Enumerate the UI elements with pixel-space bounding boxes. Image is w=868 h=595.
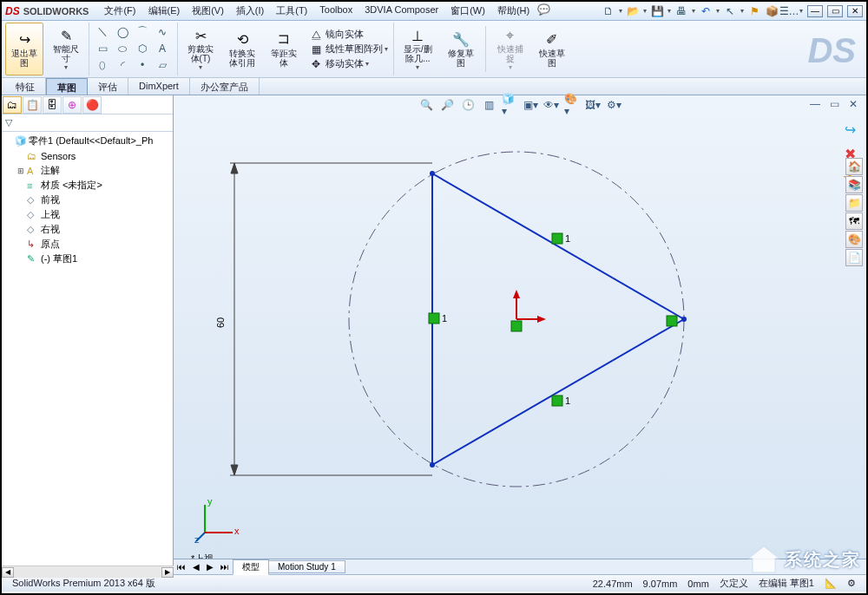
help-balloon-icon[interactable]: 💬 (536, 3, 550, 16)
tab-nav-prev-icon[interactable]: ◀ (189, 562, 203, 572)
tab-nav-first-icon[interactable]: ⏮ (174, 562, 189, 572)
smart-dimension-button[interactable]: ✎ 智能尺 寸 ▾ (47, 23, 85, 75)
offset-entities-button[interactable]: コ 等距实 体 (265, 23, 303, 75)
fm-tab-property[interactable]: 📋 (23, 96, 42, 114)
quick-access-toolbar: 🗋▾ 📂▾ 💾▾ 🖶▾ ↶▾ ↖▾ ⚑ 📦 ☰…▾ — ▭ ✕ (602, 4, 863, 18)
spline-icon[interactable]: ∿ (155, 25, 170, 39)
tab-nav-last-icon[interactable]: ⏭ (217, 562, 233, 572)
fm-tab-strip: 🗂 📋 🗄 ⊕ 🔴 (2, 95, 173, 114)
menu-help[interactable]: 帮助(H) (492, 3, 535, 19)
offset-icon: コ (275, 31, 293, 49)
open-icon[interactable]: 📂 (626, 4, 640, 18)
svg-text:x: x (234, 526, 240, 536)
display-delete-button[interactable]: ⊥ 显示/删 除几... ▾ (398, 23, 438, 75)
menu-window[interactable]: 窗口(W) (445, 3, 490, 19)
tree-sensors[interactable]: 🗂Sensors (3, 148, 173, 163)
tree-right-plane[interactable]: ◇右视 (3, 222, 173, 237)
select-icon[interactable]: ↖ (723, 4, 737, 18)
status-defined: 欠定义 (714, 577, 753, 590)
minimize-button[interactable]: — (807, 5, 823, 17)
mirror-entities-button[interactable]: ⧋镜向实体 (312, 28, 388, 41)
scroll-right-icon[interactable]: ▶ (161, 567, 174, 578)
menu-file[interactable]: 文件(F) (99, 3, 141, 19)
menu-composer[interactable]: 3DVIA Composer (359, 3, 444, 19)
status-coord-y: 9.07mm (638, 579, 683, 589)
fm-tab-config[interactable]: 🗄 (43, 96, 62, 114)
svg-text:z: z (194, 534, 200, 543)
move-entities-button[interactable]: ✥移动实体▾ (312, 57, 388, 70)
svg-marker-6 (231, 163, 238, 173)
menu-view[interactable]: 视图(V) (187, 3, 229, 19)
menu-tools[interactable]: 工具(T) (271, 3, 312, 19)
fm-tab-tree[interactable]: 🗂 (3, 96, 22, 114)
undo-icon[interactable]: ↶ (699, 4, 713, 18)
tab-nav-next-icon[interactable]: ▶ (203, 562, 217, 572)
ds-logo-icon: DS (807, 31, 856, 70)
tree-front-plane[interactable]: ◇前视 (3, 193, 173, 207)
fm-tab-display[interactable]: 🔴 (82, 96, 102, 114)
point-icon[interactable]: • (135, 58, 150, 72)
dimension-60-value[interactable]: 60 (215, 317, 226, 328)
plane-icon[interactable]: ▱ (155, 58, 170, 72)
triangle-edge-1[interactable] (432, 173, 684, 319)
tree-top-plane[interactable]: ◇上视 (3, 207, 173, 222)
tree-sketch1[interactable]: ✎(-) 草图1 (3, 252, 173, 266)
menu-insert[interactable]: 插入(I) (231, 3, 269, 19)
svg-marker-9 (513, 290, 520, 298)
new-icon[interactable]: 🗋 (602, 4, 615, 18)
sketch-entities-grid: ＼ ◯ ⌒ ∿ ▭ ⬭ ⬡ A ⬯ ◜ • ▱ (89, 23, 178, 75)
circle-icon[interactable]: ◯ (115, 25, 130, 39)
rectangle-icon[interactable]: ▭ (95, 42, 110, 56)
tab-features[interactable]: 特征 (5, 78, 46, 95)
rebuild-icon[interactable]: ⚑ (747, 4, 761, 18)
tab-sketch[interactable]: 草图 (46, 78, 88, 95)
linear-pattern-button[interactable]: ▦线性草图阵列▾ (312, 42, 388, 56)
line-icon[interactable]: ＼ (95, 25, 110, 39)
close-button[interactable]: ✕ (847, 5, 863, 17)
tab-motion-study[interactable]: Motion Study 1 (268, 560, 345, 573)
tab-dimxpert[interactable]: DimXpert (128, 78, 190, 95)
fillet-icon[interactable]: ◜ (115, 58, 130, 72)
maximize-button[interactable]: ▭ (827, 5, 843, 17)
quick-snap-button[interactable]: ⌖ 快速捕 捉 ▾ (491, 23, 529, 75)
arc-icon[interactable]: ⌒ (135, 25, 150, 39)
polygon-icon[interactable]: ⬡ (135, 42, 150, 56)
convert-entities-button[interactable]: ⟲ 转换实 体引用 (223, 23, 261, 75)
text-icon[interactable]: A (155, 42, 170, 56)
tab-model[interactable]: 模型 (233, 559, 269, 575)
ellipse-icon[interactable]: ⬯ (95, 58, 110, 72)
status-product: SolidWorks Premium 2013 x64 版 (7, 577, 161, 590)
exit-sketch-button[interactable]: ↪ 退出草 图 (5, 23, 43, 75)
fm-tab-dimxpert[interactable]: ⊕ (62, 96, 82, 114)
quick-sketch-button[interactable]: ✐ 快速草 图 (533, 23, 571, 75)
graphics-area[interactable]: 🔍 🔎 🕒 ▥ 🧊▾ ▣▾ 👁▾ 🎨▾ 🖼▾ ⚙▾ — ▭ ✕ ↪ ✖ ★ 🏠 … (174, 95, 866, 574)
exit-sketch-icon: ↪ (16, 31, 33, 49)
options-icon[interactable]: 📦 (765, 4, 779, 18)
dimension-60[interactable] (230, 163, 432, 475)
reference-triad-icon: y x z (194, 496, 241, 543)
fm-horizontal-scrollbar[interactable]: ◀ ▶ (2, 566, 174, 578)
scroll-left-icon[interactable]: ◀ (2, 567, 14, 578)
sketch-canvas: 60 1 1 1 (174, 95, 868, 555)
menu-toolbox[interactable]: Toolbox (314, 3, 358, 19)
tree-origin[interactable]: ↳原点 (3, 237, 173, 252)
qat-more-icon[interactable]: ☰… (782, 4, 796, 18)
tab-evaluate[interactable]: 评估 (88, 78, 128, 95)
save-icon[interactable]: 💾 (650, 4, 664, 18)
print-icon[interactable]: 🖶 (674, 4, 688, 18)
tab-office[interactable]: 办公室产品 (190, 78, 260, 95)
ribbon: ↪ 退出草 图 ✎ 智能尺 寸 ▾ ＼ ◯ ⌒ ∿ ▭ ⬭ ⬡ A ⬯ ◜ • … (2, 21, 866, 78)
tree-material[interactable]: ≡材质 <未指定> (3, 178, 173, 193)
menu-edit[interactable]: 编辑(E) (143, 3, 186, 19)
fm-filter-row[interactable]: ▽ (2, 114, 173, 132)
tree-annotations[interactable]: ⊞A注解 (3, 163, 173, 178)
triangle-edge-2[interactable] (432, 319, 684, 465)
trim-button[interactable]: ✂ 剪裁实 体(T) ▾ (181, 23, 220, 75)
tree-part-root[interactable]: 🧊零件1 (Default<<Default>_Ph (3, 134, 173, 148)
status-custom-icon[interactable]: ⚙ (842, 578, 861, 589)
status-unit-icon[interactable]: 📐 (819, 578, 842, 589)
svg-marker-7 (231, 465, 238, 475)
feature-manager-panel: 🗂 📋 🗄 ⊕ 🔴 ▽ 🧊零件1 (Default<<Default>_Ph 🗂… (2, 95, 174, 574)
repair-sketch-button[interactable]: 🔧 修复草 图 (442, 23, 480, 75)
slot-icon[interactable]: ⬭ (115, 42, 130, 56)
